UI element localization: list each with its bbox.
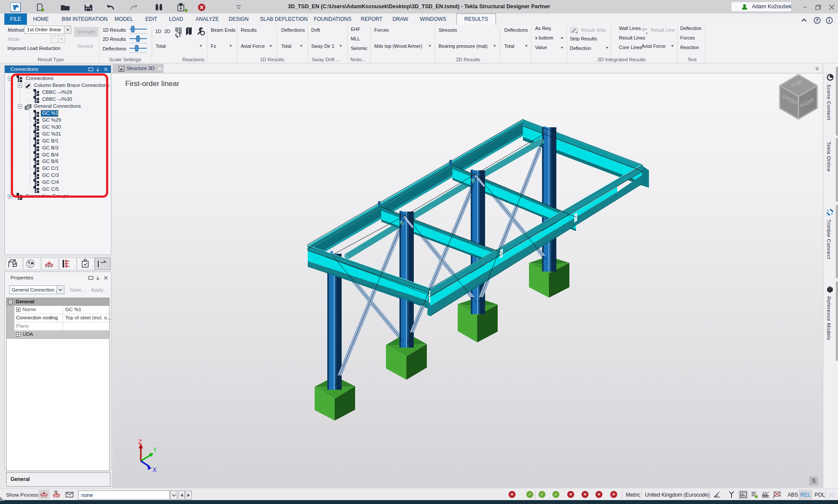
- svg-text:..: ..: [20, 263, 22, 267]
- svg-text:X: X: [153, 466, 157, 473]
- svg-text:..: ..: [56, 263, 57, 267]
- svg-text:..: ..: [73, 263, 75, 267]
- svg-text:?: ?: [816, 18, 818, 23]
- svg-text:Y: Y: [153, 446, 157, 453]
- svg-text:..: ..: [107, 263, 109, 267]
- svg-text:Z: Z: [138, 438, 142, 445]
- svg-text:..: ..: [91, 263, 93, 267]
- svg-text:..: ..: [38, 263, 40, 267]
